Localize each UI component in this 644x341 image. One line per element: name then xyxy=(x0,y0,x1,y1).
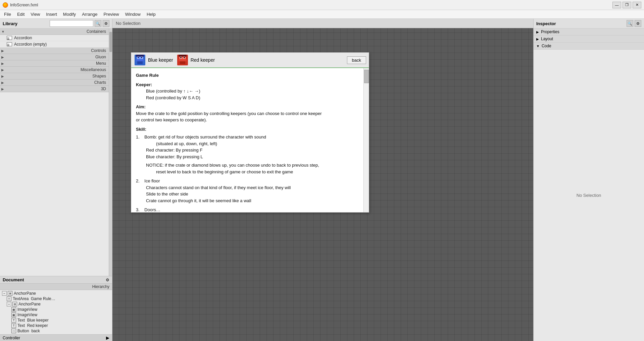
menu-window[interactable]: Window xyxy=(122,11,143,17)
document-header: Document ⚙ xyxy=(0,276,112,284)
hier-textarea[interactable]: T TextArea Game Rule… xyxy=(5,296,112,301)
blue-keeper-label: Blue keeper xyxy=(148,57,173,63)
hier-text-red-keeper[interactable]: T Text Red keeper xyxy=(9,323,112,328)
game-content: Game Rule Keeper: Blue (controlled by ↑ … xyxy=(131,68,369,212)
hierarchy-label: Hierarchy xyxy=(92,284,109,289)
section-containers[interactable]: ▼ Containers xyxy=(0,29,109,35)
section-shapes[interactable]: ▶ Shapes xyxy=(0,73,109,79)
menu-help[interactable]: Help xyxy=(144,11,158,17)
red-control: Red (controlled by W S A D) xyxy=(146,95,359,101)
hier-anchorpane-root[interactable]: − ⊞ AnchorPane xyxy=(0,291,112,296)
text-blue-icon: T xyxy=(11,318,16,323)
svg-rect-17 xyxy=(179,55,187,57)
menu-arrange[interactable]: Arrange xyxy=(79,11,100,17)
hier-button-back[interactable]: □ Button back xyxy=(9,328,112,334)
layout-label: Layout xyxy=(541,37,553,41)
controller-bar: Controller ▶ xyxy=(0,334,112,341)
hierarchy-header: Hierarchy xyxy=(0,284,112,290)
inspector-no-selection: No Selection xyxy=(577,193,601,198)
text-red-icon: T xyxy=(11,323,16,328)
game-panel: Blue keeper xyxy=(131,52,369,213)
section-menu[interactable]: ▶ Menu xyxy=(0,60,109,67)
no-selection-text: No Selection xyxy=(116,21,141,26)
inspector-title: Inspector xyxy=(536,21,556,26)
hier-toggle-root[interactable]: − xyxy=(2,291,7,296)
no-selection-bar: No Selection xyxy=(112,19,533,28)
inspector-code[interactable]: ▼ Code xyxy=(534,43,644,50)
library-item-accordion[interactable]: ≡ Accordion xyxy=(0,35,109,41)
blue-keeper-sprite xyxy=(134,54,146,66)
title-text: InfoScreen.fxml xyxy=(10,3,38,7)
library-title: Library xyxy=(3,21,17,26)
section-charts[interactable]: ▶ Charts xyxy=(0,79,109,86)
section-controls[interactable]: ▶ Controls xyxy=(0,48,109,54)
library-controls: 🔍 ⚙ xyxy=(50,20,109,27)
library-scrollbar[interactable] xyxy=(109,29,112,276)
button-back-icon: □ xyxy=(11,329,16,333)
section-3d[interactable]: ▶ 3D xyxy=(0,86,109,92)
hier-toggle-nested[interactable]: − xyxy=(7,302,11,306)
menu-preview[interactable]: Preview xyxy=(101,11,121,17)
anchorpane-icon: ⊞ xyxy=(8,291,12,296)
hier-anchorpane-nested[interactable]: − ⊞ AnchorPane xyxy=(5,301,112,307)
menu-file[interactable]: File xyxy=(1,11,14,17)
hier-text-blue-keeper[interactable]: T Text Blue keeper xyxy=(9,318,112,323)
game-scrollbar[interactable] xyxy=(363,68,369,212)
right-panel: Inspector 🔍 ⚙ ▶ Properties ▶ Layout ▼ Co… xyxy=(533,19,644,341)
skill-item-3: 3. Doors… xyxy=(136,207,359,212)
hier-imageview-2[interactable]: ▦ ImageView xyxy=(9,312,112,318)
menu-view[interactable]: View xyxy=(28,11,43,17)
red-keeper-section: Red keeper xyxy=(177,54,344,66)
anchorpane-nested-icon: ⊞ xyxy=(12,302,17,306)
imageview1-icon: ▦ xyxy=(11,307,16,312)
properties-arrow: ▶ xyxy=(536,30,539,34)
library-item-accordion-empty[interactable]: ≡ Accordion (empty) xyxy=(0,41,109,48)
menu-edit[interactable]: Edit xyxy=(14,11,27,17)
blue-control: Blue (controlled by ↑ ↓← →) xyxy=(146,88,359,95)
aim-section: Aim: Move the crate to the gold position… xyxy=(136,104,359,123)
back-button[interactable]: back xyxy=(347,56,366,64)
red-keeper-label: Red keeper xyxy=(191,57,215,63)
library-settings-icon[interactable]: ⚙ xyxy=(103,20,109,27)
game-text-area[interactable]: Game Rule Keeper: Blue (controlled by ↑ … xyxy=(131,68,363,212)
center-canvas: No Selection xyxy=(112,19,533,341)
aim-text: Move the crate to the gold position by c… xyxy=(136,111,322,116)
section-miscellaneous[interactable]: ▶ Miscellaneous xyxy=(0,67,109,73)
inspector-layout[interactable]: ▶ Layout xyxy=(534,36,644,43)
left-panel: Library 🔍 ⚙ ▼ Containers ≡ Accordion xyxy=(0,19,112,341)
title-bar-controls: — ❐ ✕ xyxy=(612,2,641,8)
library-search-icon[interactable]: 🔍 xyxy=(95,20,101,27)
restore-button[interactable]: ❐ xyxy=(623,2,631,8)
svg-rect-7 xyxy=(136,59,144,61)
inspector-search-icon[interactable]: 🔍 xyxy=(627,20,633,27)
svg-rect-4 xyxy=(138,57,139,58)
section-gluon[interactable]: ▶ Gluon xyxy=(0,54,109,60)
inspector-controls: 🔍 ⚙ xyxy=(627,20,641,27)
minimize-button[interactable]: — xyxy=(612,2,621,8)
layout-arrow: ▶ xyxy=(536,37,539,41)
svg-rect-16 xyxy=(179,59,187,61)
library-header: Library 🔍 ⚙ xyxy=(0,19,112,29)
hier-imageview-1[interactable]: ▦ ImageView xyxy=(9,307,112,312)
menu-modify[interactable]: Modify xyxy=(60,11,79,17)
svg-rect-13 xyxy=(180,57,182,58)
inspector-properties[interactable]: ▶ Properties xyxy=(534,29,644,36)
game-header: Blue keeper xyxy=(131,53,369,68)
document-settings-icon[interactable]: ⚙ xyxy=(106,278,109,282)
skill-section: Skill: 1. Bomb: get rid of four objects … xyxy=(136,126,359,213)
title-bar-left: InfoScreen.fxml xyxy=(3,2,38,8)
code-arrow: ▼ xyxy=(536,44,540,48)
keeper-section: Keeper: Blue (controlled by ↑ ↓← →) Red … xyxy=(136,81,359,101)
inspector-settings-icon[interactable]: ⚙ xyxy=(635,20,641,27)
accordion-icon: ≡ xyxy=(7,36,12,40)
menu-insert[interactable]: Insert xyxy=(43,11,60,17)
imageview2-icon: ▦ xyxy=(11,312,16,317)
library-list: ▼ Containers ≡ Accordion ≡ Accordion (em… xyxy=(0,29,109,276)
hierarchy-list: − ⊞ AnchorPane T TextArea Game Rule… − ⊞… xyxy=(0,290,112,334)
close-button[interactable]: ✕ xyxy=(633,2,641,8)
game-scroll-thumb xyxy=(364,70,369,83)
library-search-input[interactable] xyxy=(50,20,93,27)
main-layout: Library 🔍 ⚙ ▼ Containers ≡ Accordion xyxy=(0,19,644,341)
library-inner: ▼ Containers ≡ Accordion ≡ Accordion (em… xyxy=(0,29,112,276)
app-icon xyxy=(3,2,8,8)
